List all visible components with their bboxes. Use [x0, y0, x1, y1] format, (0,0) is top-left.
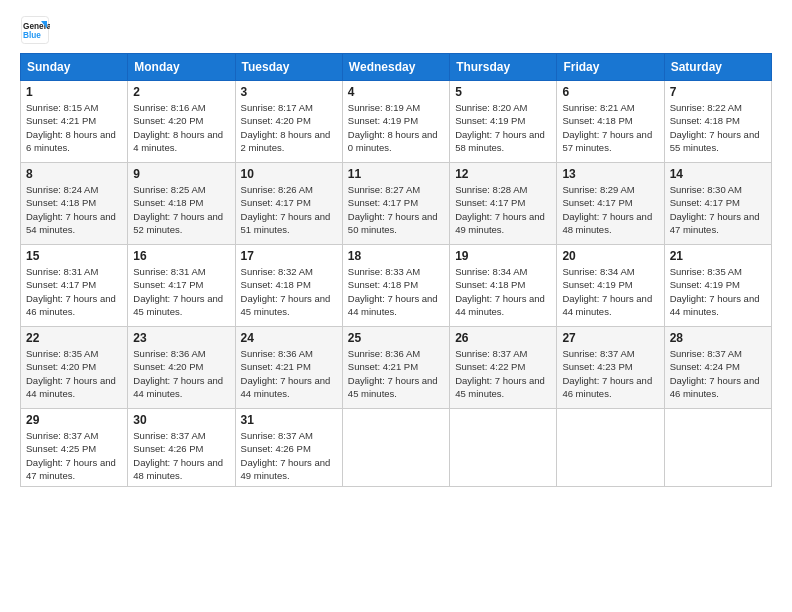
- calendar-day-cell: 27 Sunrise: 8:37 AMSunset: 4:23 PMDaylig…: [557, 327, 664, 409]
- day-info: Sunrise: 8:34 AMSunset: 4:19 PMDaylight:…: [562, 266, 652, 317]
- day-info: Sunrise: 8:37 AMSunset: 4:26 PMDaylight:…: [241, 430, 331, 481]
- day-info: Sunrise: 8:31 AMSunset: 4:17 PMDaylight:…: [26, 266, 116, 317]
- day-number: 29: [26, 413, 122, 427]
- day-info: Sunrise: 8:29 AMSunset: 4:17 PMDaylight:…: [562, 184, 652, 235]
- day-number: 1: [26, 85, 122, 99]
- day-number: 11: [348, 167, 444, 181]
- day-number: 4: [348, 85, 444, 99]
- day-number: 14: [670, 167, 766, 181]
- calendar-day-cell: 1 Sunrise: 8:15 AMSunset: 4:21 PMDayligh…: [21, 81, 128, 163]
- day-info: Sunrise: 8:37 AMSunset: 4:23 PMDaylight:…: [562, 348, 652, 399]
- page-container: General Blue SundayMondayTuesdayWednesda…: [0, 0, 792, 497]
- day-number: 10: [241, 167, 337, 181]
- day-number: 21: [670, 249, 766, 263]
- day-info: Sunrise: 8:34 AMSunset: 4:18 PMDaylight:…: [455, 266, 545, 317]
- weekday-header-wednesday: Wednesday: [342, 54, 449, 81]
- day-info: Sunrise: 8:26 AMSunset: 4:17 PMDaylight:…: [241, 184, 331, 235]
- calendar-day-cell: 19 Sunrise: 8:34 AMSunset: 4:18 PMDaylig…: [450, 245, 557, 327]
- calendar-day-cell: 11 Sunrise: 8:27 AMSunset: 4:17 PMDaylig…: [342, 163, 449, 245]
- day-number: 24: [241, 331, 337, 345]
- day-info: Sunrise: 8:36 AMSunset: 4:21 PMDaylight:…: [348, 348, 438, 399]
- day-info: Sunrise: 8:22 AMSunset: 4:18 PMDaylight:…: [670, 102, 760, 153]
- day-number: 31: [241, 413, 337, 427]
- calendar-day-cell: 3 Sunrise: 8:17 AMSunset: 4:20 PMDayligh…: [235, 81, 342, 163]
- weekday-header-friday: Friday: [557, 54, 664, 81]
- calendar-day-cell: 15 Sunrise: 8:31 AMSunset: 4:17 PMDaylig…: [21, 245, 128, 327]
- calendar-week-row: 8 Sunrise: 8:24 AMSunset: 4:18 PMDayligh…: [21, 163, 772, 245]
- calendar-day-cell: [342, 409, 449, 487]
- calendar-day-cell: 8 Sunrise: 8:24 AMSunset: 4:18 PMDayligh…: [21, 163, 128, 245]
- calendar-day-cell: 24 Sunrise: 8:36 AMSunset: 4:21 PMDaylig…: [235, 327, 342, 409]
- calendar-day-cell: 28 Sunrise: 8:37 AMSunset: 4:24 PMDaylig…: [664, 327, 771, 409]
- day-number: 6: [562, 85, 658, 99]
- day-info: Sunrise: 8:24 AMSunset: 4:18 PMDaylight:…: [26, 184, 116, 235]
- weekday-header-row: SundayMondayTuesdayWednesdayThursdayFrid…: [21, 54, 772, 81]
- day-info: Sunrise: 8:32 AMSunset: 4:18 PMDaylight:…: [241, 266, 331, 317]
- calendar-day-cell: 21 Sunrise: 8:35 AMSunset: 4:19 PMDaylig…: [664, 245, 771, 327]
- day-info: Sunrise: 8:37 AMSunset: 4:26 PMDaylight:…: [133, 430, 223, 481]
- calendar-day-cell: 4 Sunrise: 8:19 AMSunset: 4:19 PMDayligh…: [342, 81, 449, 163]
- weekday-header-thursday: Thursday: [450, 54, 557, 81]
- logo-icon: General Blue: [20, 15, 50, 45]
- calendar-day-cell: 7 Sunrise: 8:22 AMSunset: 4:18 PMDayligh…: [664, 81, 771, 163]
- day-number: 20: [562, 249, 658, 263]
- day-number: 17: [241, 249, 337, 263]
- calendar-day-cell: 22 Sunrise: 8:35 AMSunset: 4:20 PMDaylig…: [21, 327, 128, 409]
- calendar-day-cell: 29 Sunrise: 8:37 AMSunset: 4:25 PMDaylig…: [21, 409, 128, 487]
- calendar-day-cell: 10 Sunrise: 8:26 AMSunset: 4:17 PMDaylig…: [235, 163, 342, 245]
- day-info: Sunrise: 8:33 AMSunset: 4:18 PMDaylight:…: [348, 266, 438, 317]
- calendar-day-cell: 2 Sunrise: 8:16 AMSunset: 4:20 PMDayligh…: [128, 81, 235, 163]
- day-info: Sunrise: 8:37 AMSunset: 4:25 PMDaylight:…: [26, 430, 116, 481]
- day-number: 7: [670, 85, 766, 99]
- weekday-header-tuesday: Tuesday: [235, 54, 342, 81]
- day-info: Sunrise: 8:15 AMSunset: 4:21 PMDaylight:…: [26, 102, 116, 153]
- calendar-day-cell: 17 Sunrise: 8:32 AMSunset: 4:18 PMDaylig…: [235, 245, 342, 327]
- calendar-day-cell: 23 Sunrise: 8:36 AMSunset: 4:20 PMDaylig…: [128, 327, 235, 409]
- day-number: 8: [26, 167, 122, 181]
- calendar-day-cell: 5 Sunrise: 8:20 AMSunset: 4:19 PMDayligh…: [450, 81, 557, 163]
- day-number: 19: [455, 249, 551, 263]
- day-info: Sunrise: 8:30 AMSunset: 4:17 PMDaylight:…: [670, 184, 760, 235]
- day-info: Sunrise: 8:36 AMSunset: 4:21 PMDaylight:…: [241, 348, 331, 399]
- calendar-day-cell: 26 Sunrise: 8:37 AMSunset: 4:22 PMDaylig…: [450, 327, 557, 409]
- day-number: 18: [348, 249, 444, 263]
- day-number: 2: [133, 85, 229, 99]
- day-info: Sunrise: 8:28 AMSunset: 4:17 PMDaylight:…: [455, 184, 545, 235]
- day-info: Sunrise: 8:35 AMSunset: 4:19 PMDaylight:…: [670, 266, 760, 317]
- calendar-day-cell: 9 Sunrise: 8:25 AMSunset: 4:18 PMDayligh…: [128, 163, 235, 245]
- day-number: 23: [133, 331, 229, 345]
- calendar-day-cell: 13 Sunrise: 8:29 AMSunset: 4:17 PMDaylig…: [557, 163, 664, 245]
- day-info: Sunrise: 8:35 AMSunset: 4:20 PMDaylight:…: [26, 348, 116, 399]
- calendar-day-cell: 6 Sunrise: 8:21 AMSunset: 4:18 PMDayligh…: [557, 81, 664, 163]
- calendar-day-cell: [450, 409, 557, 487]
- calendar-day-cell: 16 Sunrise: 8:31 AMSunset: 4:17 PMDaylig…: [128, 245, 235, 327]
- svg-text:Blue: Blue: [23, 31, 41, 40]
- day-info: Sunrise: 8:19 AMSunset: 4:19 PMDaylight:…: [348, 102, 438, 153]
- calendar-day-cell: 30 Sunrise: 8:37 AMSunset: 4:26 PMDaylig…: [128, 409, 235, 487]
- day-number: 13: [562, 167, 658, 181]
- calendar-day-cell: 18 Sunrise: 8:33 AMSunset: 4:18 PMDaylig…: [342, 245, 449, 327]
- day-number: 12: [455, 167, 551, 181]
- calendar-week-row: 29 Sunrise: 8:37 AMSunset: 4:25 PMDaylig…: [21, 409, 772, 487]
- day-number: 16: [133, 249, 229, 263]
- day-info: Sunrise: 8:37 AMSunset: 4:22 PMDaylight:…: [455, 348, 545, 399]
- day-info: Sunrise: 8:17 AMSunset: 4:20 PMDaylight:…: [241, 102, 331, 153]
- calendar-day-cell: 31 Sunrise: 8:37 AMSunset: 4:26 PMDaylig…: [235, 409, 342, 487]
- day-info: Sunrise: 8:36 AMSunset: 4:20 PMDaylight:…: [133, 348, 223, 399]
- day-number: 25: [348, 331, 444, 345]
- weekday-header-monday: Monday: [128, 54, 235, 81]
- logo: General Blue: [20, 15, 50, 45]
- day-number: 28: [670, 331, 766, 345]
- calendar-week-row: 1 Sunrise: 8:15 AMSunset: 4:21 PMDayligh…: [21, 81, 772, 163]
- day-info: Sunrise: 8:31 AMSunset: 4:17 PMDaylight:…: [133, 266, 223, 317]
- day-info: Sunrise: 8:37 AMSunset: 4:24 PMDaylight:…: [670, 348, 760, 399]
- day-info: Sunrise: 8:20 AMSunset: 4:19 PMDaylight:…: [455, 102, 545, 153]
- day-number: 3: [241, 85, 337, 99]
- day-number: 5: [455, 85, 551, 99]
- day-number: 26: [455, 331, 551, 345]
- calendar-table: SundayMondayTuesdayWednesdayThursdayFrid…: [20, 53, 772, 487]
- day-number: 22: [26, 331, 122, 345]
- calendar-day-cell: 20 Sunrise: 8:34 AMSunset: 4:19 PMDaylig…: [557, 245, 664, 327]
- calendar-week-row: 15 Sunrise: 8:31 AMSunset: 4:17 PMDaylig…: [21, 245, 772, 327]
- calendar-day-cell: 12 Sunrise: 8:28 AMSunset: 4:17 PMDaylig…: [450, 163, 557, 245]
